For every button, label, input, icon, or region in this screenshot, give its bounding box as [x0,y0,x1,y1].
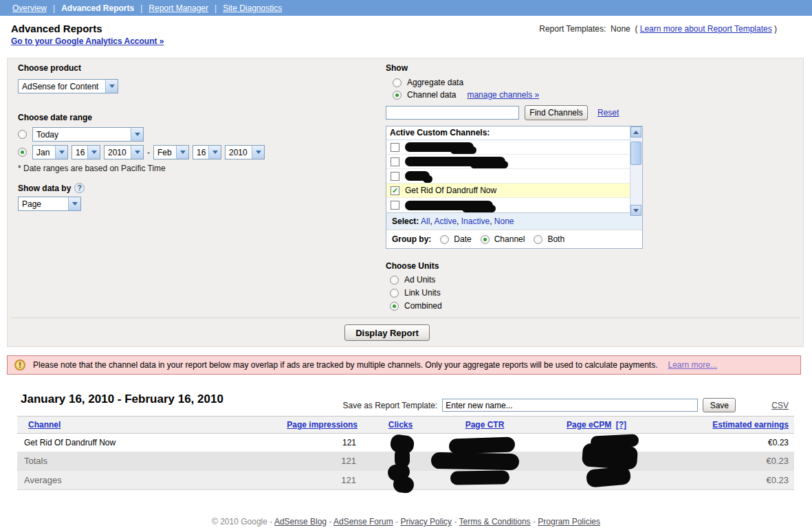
footer-privacy-policy[interactable]: Privacy Policy [400,517,452,527]
to-year-select[interactable]: 2010 [225,145,265,159]
footer-terms-conditions[interactable]: Terms & Conditions [459,517,531,527]
date-preset-select[interactable]: Today [32,127,144,142]
group-by-date-radio[interactable] [440,235,449,244]
manage-channels-link[interactable]: manage channels » [467,90,539,100]
find-channels-button[interactable]: Find Channels [525,105,588,120]
channel-select-row: Select: All, Active, Inactive, None [386,212,642,230]
scrollbar-thumb[interactable] [630,142,641,165]
footer-adsense-forum[interactable]: AdSense Forum [333,517,393,527]
ecpm-cell-redacted [533,452,660,471]
active-custom-channels-header: Active Custom Channels: [386,126,642,140]
template-name-input[interactable] [442,399,698,412]
channel-cell: Get Rid Of Dandruff Now [17,434,244,452]
chevron-down-icon [208,146,221,159]
col-page-ctr[interactable]: Page CTR [465,420,505,430]
ecpm-cell-redacted [533,471,660,490]
to-day-select[interactable]: 16 [193,145,221,159]
google-analytics-link[interactable]: Go to your Google Analytics Account » [11,36,164,46]
nav-separator: | [215,3,217,13]
from-year-select[interactable]: 2010 [104,145,144,159]
impressions-cell: 121 [244,452,364,471]
reset-link[interactable]: Reset [597,108,619,118]
channel-row[interactable] [386,169,631,184]
channel-checkbox-checked[interactable]: ✓ [391,186,399,195]
select-inactive-link[interactable]: Inactive [461,217,490,226]
table-row-averages: Averages 121 €0.23 [17,471,794,490]
aggregate-data-label: Aggregate data [407,78,463,87]
combined-radio[interactable] [390,302,399,311]
table-row: Get Rid Of Dandruff Now 121 €0.23 [17,434,794,452]
table-header-row: Channel Page impressions Clicks Page CTR… [17,417,794,434]
to-month-value: Feb [157,148,172,157]
from-month-select[interactable]: Jan [32,145,68,159]
redacted-channel-name [405,157,505,166]
nav-overview[interactable]: Overview [12,3,47,13]
ctr-cell-redacted [437,452,533,471]
ad-units-radio[interactable] [390,276,399,285]
display-report-button[interactable]: Display Report [344,324,430,341]
product-select[interactable]: AdSense for Content [18,79,118,93]
channel-name: Get Rid Of Dandruff Now [405,186,496,195]
nav-report-manager[interactable]: Report Manager [149,3,208,13]
channel-row-selected[interactable]: ✓ Get Rid Of Dandruff Now [386,184,631,198]
report-templates-label: Report Templates: [539,24,606,34]
csv-link[interactable]: CSV [771,401,789,410]
report-date-range-title: January 16, 2010 - February 16, 2010 [21,392,223,406]
show-label: Show [386,63,657,73]
date-preset-radio[interactable] [18,130,27,139]
clicks-cell-redacted [364,471,437,490]
select-active-link[interactable]: Active [434,217,457,226]
group-by-label: Group by: [392,234,431,244]
select-all-link[interactable]: All [421,217,430,226]
nav-site-diagnostics[interactable]: Site Diagnostics [223,3,282,13]
channel-checkbox[interactable] [391,172,399,181]
channel-checkbox[interactable] [391,143,399,152]
channels-scrollbar[interactable] [630,126,642,216]
find-channels-input[interactable] [386,106,519,120]
link-units-label: Link Units [404,288,441,298]
chevron-down-icon [176,146,188,159]
from-day-select[interactable]: 16 [72,145,100,159]
learn-more-link[interactable]: Learn more... [668,360,717,370]
notice-text: Please note that the channel data in you… [33,360,658,370]
show-data-by-select[interactable]: Page [18,197,81,211]
redacted-channel-name [405,171,430,181]
group-by-channel-label: Channel [494,234,525,244]
aggregate-data-radio[interactable] [393,78,402,87]
earnings-cell: €0.23 [660,452,794,471]
channel-row[interactable] [386,155,631,169]
footer-separator: - [329,517,331,527]
channel-cell: Averages [17,471,244,490]
col-estimated-earnings[interactable]: Estimated earnings [712,420,789,430]
footer-adsense-blog[interactable]: AdSense Blog [274,517,327,527]
clicks-cell-redacted [364,452,437,471]
date-custom-radio[interactable] [18,148,27,157]
to-month-select[interactable]: Feb [153,145,189,159]
select-none-link[interactable]: None [494,217,514,226]
scroll-down-icon[interactable] [630,205,641,216]
group-by-both-radio[interactable] [534,235,542,244]
channel-data-radio[interactable] [393,91,402,100]
save-button[interactable]: Save [703,398,736,412]
channel-checkbox[interactable] [391,201,399,210]
scroll-up-icon[interactable] [630,126,641,137]
footer-program-policies[interactable]: Program Policies [538,517,600,527]
channel-checkbox[interactable] [391,157,399,166]
channel-row[interactable] [386,198,631,212]
footer-separator: - [533,517,536,527]
comma: , [490,217,492,226]
group-by-channel-radio[interactable] [481,235,490,244]
col-page-impressions[interactable]: Page impressions [287,420,358,430]
paren: ) [774,24,777,34]
nav-advanced-reports[interactable]: Advanced Reports [61,3,134,13]
link-units-radio[interactable] [390,289,399,298]
channel-row[interactable] [386,140,631,155]
ecpm-help-link[interactable]: [?] [616,420,626,430]
learn-more-templates-link[interactable]: Learn more about Report Templates [640,24,772,34]
col-channel[interactable]: Channel [28,420,61,430]
help-icon[interactable]: ? [74,183,85,193]
col-page-ecpm[interactable]: Page eCPM [567,420,611,430]
to-day-value: 16 [197,148,206,157]
channels-box: Active Custom Channels: ✓ Get Rid Of Dan… [386,126,643,249]
col-clicks[interactable]: Clicks [388,420,413,430]
